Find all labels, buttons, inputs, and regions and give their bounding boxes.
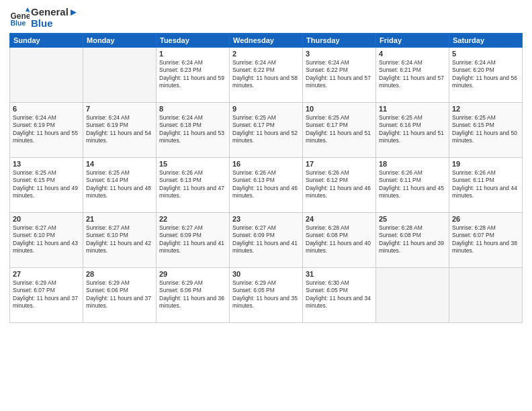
day-number: 3 bbox=[306, 50, 373, 58]
day-info: Sunrise: 6:28 AM Sunset: 6:08 PM Dayligh… bbox=[379, 224, 446, 255]
logo-icon: General Blue bbox=[9, 7, 30, 28]
day-info: Sunrise: 6:28 AM Sunset: 6:07 PM Dayligh… bbox=[452, 224, 519, 255]
day-info: Sunrise: 6:25 AM Sunset: 6:17 PM Dayligh… bbox=[306, 114, 373, 145]
day-number: 6 bbox=[13, 105, 80, 113]
day-number: 28 bbox=[86, 270, 153, 278]
day-info: Sunrise: 6:27 AM Sunset: 6:09 PM Dayligh… bbox=[159, 224, 226, 255]
day-number: 30 bbox=[232, 270, 300, 278]
day-info: Sunrise: 6:24 AM Sunset: 6:22 PM Dayligh… bbox=[232, 59, 300, 90]
col-header-tuesday: Tuesday bbox=[157, 34, 230, 48]
day-info: Sunrise: 6:25 AM Sunset: 6:14 PM Dayligh… bbox=[86, 169, 153, 200]
day-cell: 6Sunrise: 6:24 AM Sunset: 6:19 PM Daylig… bbox=[10, 103, 83, 158]
day-cell bbox=[376, 268, 449, 323]
day-info: Sunrise: 6:25 AM Sunset: 6:17 PM Dayligh… bbox=[232, 114, 300, 145]
day-cell: 16Sunrise: 6:26 AM Sunset: 6:13 PM Dayli… bbox=[230, 158, 303, 213]
day-info: Sunrise: 6:27 AM Sunset: 6:09 PM Dayligh… bbox=[232, 224, 300, 255]
day-cell: 23Sunrise: 6:27 AM Sunset: 6:09 PM Dayli… bbox=[230, 213, 303, 268]
day-cell: 25Sunrise: 6:28 AM Sunset: 6:08 PM Dayli… bbox=[376, 213, 449, 268]
day-cell: 30Sunrise: 6:29 AM Sunset: 6:05 PM Dayli… bbox=[230, 268, 303, 323]
day-number: 2 bbox=[232, 50, 300, 58]
day-number: 15 bbox=[159, 160, 226, 168]
day-cell: 13Sunrise: 6:25 AM Sunset: 6:15 PM Dayli… bbox=[10, 158, 83, 213]
svg-text:Blue: Blue bbox=[11, 19, 26, 27]
day-cell: 14Sunrise: 6:25 AM Sunset: 6:14 PM Dayli… bbox=[83, 158, 157, 213]
col-header-friday: Friday bbox=[376, 34, 449, 48]
day-info: Sunrise: 6:26 AM Sunset: 6:12 PM Dayligh… bbox=[306, 169, 373, 200]
day-number: 23 bbox=[232, 215, 300, 223]
day-cell: 12Sunrise: 6:25 AM Sunset: 6:15 PM Dayli… bbox=[449, 103, 523, 158]
day-number: 16 bbox=[232, 160, 300, 168]
day-cell: 27Sunrise: 6:29 AM Sunset: 6:07 PM Dayli… bbox=[10, 268, 83, 323]
day-number: 10 bbox=[306, 105, 373, 113]
day-cell: 1Sunrise: 6:24 AM Sunset: 6:23 PM Daylig… bbox=[157, 48, 230, 103]
day-number: 25 bbox=[379, 215, 446, 223]
logo: General Blue General► Blue bbox=[9, 7, 79, 29]
day-cell: 31Sunrise: 6:30 AM Sunset: 6:05 PM Dayli… bbox=[303, 268, 376, 323]
day-number: 26 bbox=[452, 215, 519, 223]
week-row-2: 6Sunrise: 6:24 AM Sunset: 6:19 PM Daylig… bbox=[10, 103, 523, 158]
day-cell: 24Sunrise: 6:28 AM Sunset: 6:08 PM Dayli… bbox=[303, 213, 376, 268]
day-cell: 15Sunrise: 6:26 AM Sunset: 6:13 PM Dayli… bbox=[157, 158, 230, 213]
day-cell: 8Sunrise: 6:24 AM Sunset: 6:18 PM Daylig… bbox=[157, 103, 230, 158]
day-cell: 28Sunrise: 6:29 AM Sunset: 6:06 PM Dayli… bbox=[83, 268, 157, 323]
calendar-container: General Blue General► Blue SundayMondayT… bbox=[0, 0, 532, 411]
col-header-monday: Monday bbox=[83, 34, 157, 48]
day-number: 21 bbox=[86, 215, 153, 223]
day-info: Sunrise: 6:30 AM Sunset: 6:05 PM Dayligh… bbox=[306, 279, 373, 310]
day-cell: 29Sunrise: 6:29 AM Sunset: 6:06 PM Dayli… bbox=[157, 268, 230, 323]
day-cell: 3Sunrise: 6:24 AM Sunset: 6:22 PM Daylig… bbox=[303, 48, 376, 103]
day-number: 18 bbox=[379, 160, 446, 168]
day-info: Sunrise: 6:26 AM Sunset: 6:11 PM Dayligh… bbox=[379, 169, 446, 200]
day-cell: 26Sunrise: 6:28 AM Sunset: 6:07 PM Dayli… bbox=[449, 213, 523, 268]
day-number: 13 bbox=[13, 160, 80, 168]
day-number: 12 bbox=[452, 105, 519, 113]
day-number: 5 bbox=[452, 50, 519, 58]
header: General Blue General► Blue bbox=[9, 7, 523, 29]
day-info: Sunrise: 6:24 AM Sunset: 6:20 PM Dayligh… bbox=[452, 59, 519, 90]
day-cell: 18Sunrise: 6:26 AM Sunset: 6:11 PM Dayli… bbox=[376, 158, 449, 213]
day-cell: 9Sunrise: 6:25 AM Sunset: 6:17 PM Daylig… bbox=[230, 103, 303, 158]
day-info: Sunrise: 6:24 AM Sunset: 6:22 PM Dayligh… bbox=[306, 59, 373, 90]
day-number: 24 bbox=[306, 215, 373, 223]
day-number: 22 bbox=[159, 215, 226, 223]
day-cell: 5Sunrise: 6:24 AM Sunset: 6:20 PM Daylig… bbox=[449, 48, 523, 103]
day-number: 7 bbox=[86, 105, 153, 113]
day-info: Sunrise: 6:25 AM Sunset: 6:15 PM Dayligh… bbox=[452, 114, 519, 145]
day-info: Sunrise: 6:25 AM Sunset: 6:15 PM Dayligh… bbox=[13, 169, 80, 200]
day-info: Sunrise: 6:29 AM Sunset: 6:06 PM Dayligh… bbox=[159, 279, 226, 310]
day-number: 4 bbox=[379, 50, 446, 58]
day-number: 20 bbox=[13, 215, 80, 223]
week-row-4: 20Sunrise: 6:27 AM Sunset: 6:10 PM Dayli… bbox=[10, 213, 523, 268]
day-cell: 20Sunrise: 6:27 AM Sunset: 6:10 PM Dayli… bbox=[10, 213, 83, 268]
day-cell: 2Sunrise: 6:24 AM Sunset: 6:22 PM Daylig… bbox=[230, 48, 303, 103]
col-header-wednesday: Wednesday bbox=[230, 34, 303, 48]
day-info: Sunrise: 6:29 AM Sunset: 6:06 PM Dayligh… bbox=[86, 279, 153, 310]
day-cell: 19Sunrise: 6:26 AM Sunset: 6:11 PM Dayli… bbox=[449, 158, 523, 213]
day-number: 31 bbox=[306, 270, 373, 278]
day-info: Sunrise: 6:24 AM Sunset: 6:18 PM Dayligh… bbox=[159, 114, 226, 145]
day-info: Sunrise: 6:28 AM Sunset: 6:08 PM Dayligh… bbox=[306, 224, 373, 255]
col-header-saturday: Saturday bbox=[449, 34, 523, 48]
day-info: Sunrise: 6:27 AM Sunset: 6:10 PM Dayligh… bbox=[13, 224, 80, 255]
day-cell bbox=[10, 48, 83, 103]
day-number: 9 bbox=[232, 105, 300, 113]
day-cell: 7Sunrise: 6:24 AM Sunset: 6:19 PM Daylig… bbox=[83, 103, 157, 158]
day-info: Sunrise: 6:24 AM Sunset: 6:19 PM Dayligh… bbox=[86, 114, 153, 145]
day-info: Sunrise: 6:29 AM Sunset: 6:05 PM Dayligh… bbox=[232, 279, 300, 310]
day-number: 27 bbox=[13, 270, 80, 278]
day-number: 1 bbox=[159, 50, 226, 58]
day-cell: 21Sunrise: 6:27 AM Sunset: 6:10 PM Dayli… bbox=[83, 213, 157, 268]
day-info: Sunrise: 6:24 AM Sunset: 6:19 PM Dayligh… bbox=[13, 114, 80, 145]
day-number: 29 bbox=[159, 270, 226, 278]
week-row-1: 1Sunrise: 6:24 AM Sunset: 6:23 PM Daylig… bbox=[10, 48, 523, 103]
day-number: 8 bbox=[159, 105, 226, 113]
day-cell: 10Sunrise: 6:25 AM Sunset: 6:17 PM Dayli… bbox=[303, 103, 376, 158]
day-cell: 22Sunrise: 6:27 AM Sunset: 6:09 PM Dayli… bbox=[157, 213, 230, 268]
day-cell: 11Sunrise: 6:25 AM Sunset: 6:16 PM Dayli… bbox=[376, 103, 449, 158]
day-number: 14 bbox=[86, 160, 153, 168]
calendar-table: SundayMondayTuesdayWednesdayThursdayFrid… bbox=[9, 33, 523, 323]
day-cell bbox=[449, 268, 523, 323]
week-row-3: 13Sunrise: 6:25 AM Sunset: 6:15 PM Dayli… bbox=[10, 158, 523, 213]
logo-line2: Blue bbox=[31, 18, 79, 30]
day-info: Sunrise: 6:26 AM Sunset: 6:13 PM Dayligh… bbox=[159, 169, 226, 200]
